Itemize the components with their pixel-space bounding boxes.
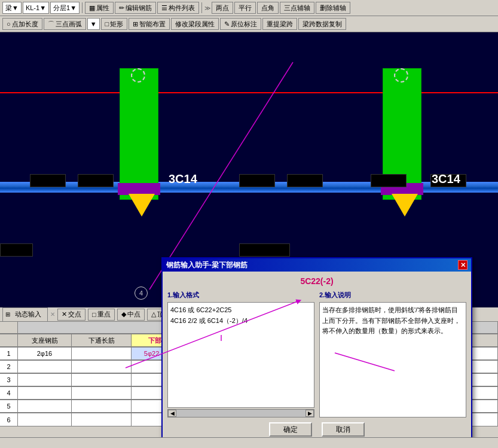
- red-axis-line: [0, 92, 498, 93]
- beam-rect-left: [0, 243, 33, 257]
- table-row-6-num: 6: [0, 413, 18, 426]
- dialog-buttons: 确定 取消: [167, 422, 466, 437]
- triangle-left: [129, 194, 155, 217]
- table-row-5-support[interactable]: [18, 400, 72, 413]
- triangle-right: [392, 194, 418, 217]
- list-icon: ☰: [161, 4, 167, 12]
- properties-button[interactable]: ▦ 属性: [85, 2, 114, 14]
- table-row-1-support[interactable]: 2φ16: [18, 348, 72, 360]
- rehop-button[interactable]: 重提梁跨: [262, 18, 297, 30]
- dynamic-icon: ⊞: [5, 311, 10, 318]
- beam-rect-5: [371, 174, 407, 187]
- midpoint-button[interactable]: □ 重点: [88, 309, 115, 321]
- intersect-icon: ✕: [62, 310, 67, 318]
- top-toolbar: 梁 ▼ KL-1 ▼ 分层1 ▼ ▦ 属性 ✏ 编辑钢筋 ☰ 构件列表 ≫ 两点…: [0, 0, 498, 16]
- dialog-close-button[interactable]: ✕: [458, 260, 468, 270]
- span-copy-button[interactable]: 梁跨数据复制: [298, 18, 346, 30]
- label-3c14-right: 3C14: [432, 172, 460, 186]
- mark-icon: ✎: [224, 20, 230, 28]
- rect-icon: □: [105, 20, 109, 28]
- beam-dropdown[interactable]: 梁 ▼: [2, 2, 22, 14]
- dialog-window: 钢筋输入助手-梁下部钢筋 ✕ 5C22(-2) 1.输入格式 4C16 或 6C…: [161, 257, 472, 443]
- kl-dropdown[interactable]: KL-1 ▼: [23, 2, 49, 14]
- table-row-6-continuous[interactable]: [72, 413, 132, 426]
- parallel-button[interactable]: 平行: [234, 2, 256, 14]
- col-support-rebar: 支座钢筋: [18, 334, 72, 347]
- dialog-col1-content: 4C16 或 6C22+2C25 4C16 2/2 或 6C14（-2）/4: [167, 302, 314, 408]
- sep1: [82, 2, 83, 13]
- origin-mark-button[interactable]: ✎ 原位标注: [220, 18, 261, 30]
- smart-icon: ⊞: [133, 20, 138, 28]
- status-bar: [0, 437, 498, 448]
- column-left: [120, 68, 158, 200]
- dialog-col2-content: 当存在多排排钢筋时，使用斜线'/'将各排钢筋目上而下分开。当有下部钢筋不全部伸入…: [319, 302, 466, 417]
- table-row-2-num: 2: [0, 361, 18, 373]
- purple-base-left: [118, 183, 160, 195]
- table-row-4-num: 4: [0, 387, 18, 400]
- scrollbar-left[interactable]: ◀: [168, 410, 176, 417]
- table-row-3-num: 3: [0, 374, 18, 386]
- label-3c14-left: 3C14: [169, 172, 197, 186]
- col1-line2: 4C16 2/2 或 6C14（-2）/4: [170, 316, 311, 327]
- table-sub-num: [0, 334, 18, 347]
- col2-text: 当存在多排排钢筋时，使用斜线'/'将各排钢筋目上而下分开。当有下部钢筋不全部伸入…: [322, 306, 460, 334]
- dialog-columns: 1.输入格式 4C16 或 6C22+2C25 4C16 2/2 或 6C14（…: [167, 291, 466, 417]
- scrollbar-track[interactable]: [176, 410, 305, 417]
- modify-seg-button[interactable]: 修改梁段属性: [171, 18, 219, 30]
- table-row-4-continuous[interactable]: [72, 387, 132, 400]
- table-row-2-continuous[interactable]: [72, 361, 132, 373]
- beam-rect-1: [30, 174, 66, 187]
- ok-button[interactable]: 确定: [269, 422, 312, 437]
- layer-dropdown[interactable]: 分层1 ▼: [50, 2, 80, 14]
- del-axis-button[interactable]: 删除辅轴: [316, 2, 350, 14]
- table-row-3-support[interactable]: [18, 374, 72, 386]
- col1-line1: 4C16 或 6C22+2C25: [170, 305, 311, 316]
- circle-marker-left: [131, 68, 145, 83]
- dialog-col1-title: 1.输入格式: [167, 291, 314, 300]
- beam-rect-center: [239, 243, 290, 257]
- dialog-overlay: 钢筋输入助手-梁下部钢筋 ✕ 5C22(-2) 1.输入格式 4C16 或 6C…: [161, 257, 472, 443]
- sep2: [201, 2, 202, 13]
- table-row-1-num: 1: [0, 348, 18, 360]
- cancel-button[interactable]: 取消: [322, 422, 365, 437]
- dialog-col-2: 2.输入说明 当存在多排排钢筋时，使用斜线'/'将各排钢筋目上而下分开。当有下部…: [319, 291, 466, 417]
- dynamic-input-button[interactable]: 动态输入: [11, 309, 45, 321]
- arc-icon: ⌒: [48, 20, 54, 29]
- table-row-num-header: [0, 322, 18, 334]
- three-axis-button[interactable]: 三点辅轴: [280, 2, 314, 14]
- dialog-titlebar: 钢筋输入助手-梁下部钢筋 ✕: [163, 258, 471, 272]
- table-row-5-num: 5: [0, 400, 18, 413]
- layer-label: 分层1: [53, 4, 70, 13]
- beam-rect-2: [78, 174, 114, 187]
- two-points-button[interactable]: 两点: [212, 2, 233, 14]
- intersect-button[interactable]: ✕ 交点: [57, 309, 85, 321]
- table-row-4-support[interactable]: [18, 387, 72, 400]
- kl-label: KL-1: [26, 4, 39, 11]
- edit-rebar-button[interactable]: ✏ 编辑钢筋: [115, 2, 156, 14]
- corner-button[interactable]: 点角: [257, 2, 279, 14]
- point-length-button[interactable]: ○ 点加长度: [2, 18, 42, 30]
- center-button[interactable]: ◆ 中点: [117, 309, 145, 321]
- dialog-col-1: 1.输入格式 4C16 或 6C22+2C25 4C16 2/2 或 6C14（…: [167, 291, 314, 417]
- table-row-3-continuous[interactable]: [72, 374, 132, 386]
- dialog-center-value: 5C22(-2): [167, 276, 466, 286]
- col-bottom-continuous: 下通长筋: [72, 334, 132, 347]
- num-marker: 4: [135, 287, 148, 300]
- component-list-button[interactable]: ☰ 构件列表: [157, 2, 199, 14]
- scrollbar-right[interactable]: ▶: [305, 410, 314, 417]
- beam-rect-4: [287, 174, 323, 187]
- circle-marker-right: [394, 68, 408, 83]
- dialog-title: 钢筋输入助手-梁下部钢筋: [166, 260, 248, 270]
- center-icon: ◆: [121, 310, 126, 318]
- table-row-1-continuous[interactable]: [72, 348, 132, 360]
- point-length-icon: ○: [7, 20, 11, 28]
- three-arc-button[interactable]: ⌒ 三点画弧: [44, 18, 86, 30]
- rect-button[interactable]: □ 矩形: [101, 18, 128, 30]
- beam-rect-3: [239, 174, 275, 187]
- arc-dropdown[interactable]: ▼: [87, 18, 100, 30]
- table-row-5-continuous[interactable]: [72, 400, 132, 413]
- smart-layout-button[interactable]: ⊞ 智能布置: [129, 18, 170, 30]
- table-row-6-support[interactable]: [18, 413, 72, 426]
- table-row-2-support[interactable]: [18, 361, 72, 373]
- dialog-scrollbar[interactable]: ◀ ▶: [167, 409, 314, 417]
